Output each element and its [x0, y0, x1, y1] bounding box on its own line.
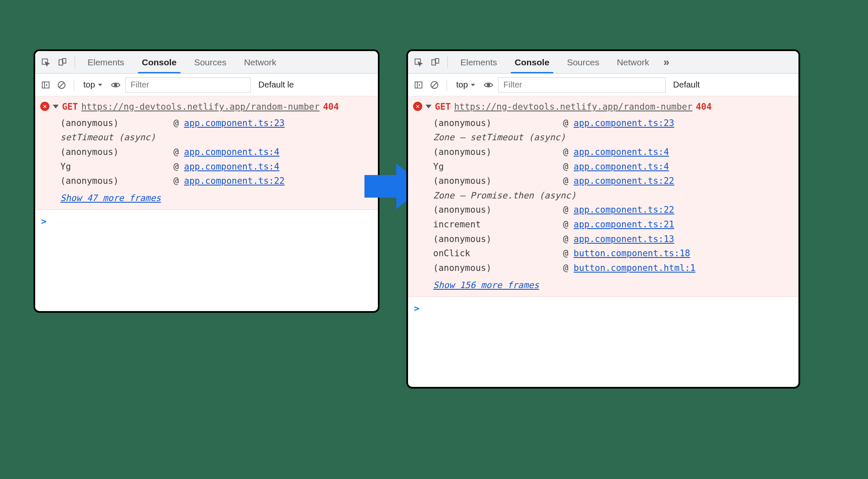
http-status: 404	[696, 100, 712, 114]
tab-console[interactable]: Console	[134, 51, 184, 73]
sidebar-toggle-icon[interactable]	[412, 79, 425, 91]
svg-rect-3	[42, 82, 49, 88]
clear-console-icon[interactable]	[428, 79, 441, 91]
stack-frame: (anonymous)@ app.component.ts:4	[60, 145, 373, 160]
async-boundary: Zone — setTimeout (async)	[433, 130, 793, 145]
svg-point-7	[114, 84, 117, 86]
stack-frame: (anonymous)@ app.component.ts:22	[433, 174, 793, 188]
tab-elements[interactable]: Elements	[453, 51, 505, 73]
stack-at: @ app.component.ts:4	[563, 145, 669, 160]
tab-sources[interactable]: Sources	[186, 51, 234, 73]
sidebar-toggle-icon[interactable]	[39, 79, 52, 91]
stack-at: @ app.component.ts:21	[563, 217, 674, 232]
source-link[interactable]: app.component.ts:4	[184, 147, 279, 157]
divider	[447, 57, 448, 68]
source-link[interactable]: app.component.ts:22	[574, 205, 674, 215]
request-url[interactable]: https://ng-devtools.netlify.app/random-n…	[81, 100, 320, 114]
filter-input[interactable]	[498, 77, 666, 93]
context-selector[interactable]: top	[453, 78, 479, 91]
chevron-down-icon	[470, 82, 475, 88]
stack-function: (anonymous)	[60, 116, 169, 131]
show-more-frames[interactable]: Show 47 more frames	[60, 193, 161, 203]
tab-console[interactable]: Console	[507, 51, 557, 73]
stack-trace: (anonymous)@ app.component.ts:23Zone — s…	[433, 116, 793, 276]
stack-frame: (anonymous)@ app.component.ts:13	[433, 232, 793, 247]
stack-frame: (anonymous)@ app.component.ts:4	[433, 145, 793, 160]
device-icon[interactable]	[55, 55, 70, 70]
eye-icon[interactable]	[109, 79, 122, 91]
expand-toggle-icon[interactable]	[53, 105, 59, 108]
request-url[interactable]: https://ng-devtools.netlify.app/random-n…	[454, 100, 692, 114]
source-link[interactable]: app.component.ts:23	[574, 118, 674, 128]
devtools-panel-after: Elements Console Sources Network » top D…	[406, 49, 800, 389]
source-link[interactable]: app.component.ts:4	[574, 147, 669, 157]
console-body: ✕ GET https://ng-devtools.netlify.app/ra…	[35, 96, 378, 311]
source-link[interactable]: app.component.ts:13	[574, 234, 674, 244]
error-icon: ✕	[413, 102, 422, 111]
console-prompt[interactable]: >	[408, 297, 798, 320]
tab-network[interactable]: Network	[609, 51, 656, 73]
stack-at: @ app.component.ts:4	[173, 160, 279, 174]
stack-at: @ app.component.ts:4	[563, 160, 669, 174]
console-prompt[interactable]: >	[35, 210, 378, 233]
tab-sources[interactable]: Sources	[559, 51, 607, 73]
console-toolbar: top Default	[408, 74, 798, 96]
svg-line-6	[59, 82, 64, 87]
stack-function: (anonymous)	[433, 116, 559, 131]
source-link[interactable]: app.component.ts:4	[574, 162, 669, 172]
stack-at: @ app.component.ts:22	[563, 203, 674, 217]
source-link[interactable]: button.component.html:1	[574, 263, 695, 273]
stack-at: @ app.component.ts:13	[563, 232, 674, 247]
more-tabs-button[interactable]: »	[659, 56, 673, 69]
expand-toggle-icon[interactable]	[426, 105, 431, 108]
log-levels[interactable]: Default	[673, 80, 700, 90]
source-link[interactable]: app.component.ts:23	[184, 118, 284, 128]
stack-function: (anonymous)	[433, 145, 559, 160]
source-link[interactable]: button.component.ts:18	[574, 248, 690, 258]
context-selector[interactable]: top	[80, 78, 106, 91]
stack-at: @ button.component.ts:18	[563, 246, 690, 261]
stack-frame: (anonymous)@ app.component.ts:23	[60, 116, 373, 131]
clear-console-icon[interactable]	[55, 79, 68, 91]
stack-at: @ app.component.ts:22	[173, 174, 285, 188]
stack-frame: Yg@ app.component.ts:4	[60, 160, 373, 174]
stack-function: (anonymous)	[433, 203, 559, 217]
divider	[447, 80, 447, 90]
log-levels[interactable]: Default le	[258, 80, 294, 90]
stack-frame: (anonymous)@ app.component.ts:23	[433, 116, 793, 131]
svg-point-15	[487, 84, 490, 86]
device-icon[interactable]	[428, 55, 442, 70]
filter-input[interactable]	[125, 77, 251, 93]
stack-function: (anonymous)	[433, 261, 559, 276]
async-boundary: Zone — Promise.then (async)	[433, 188, 793, 203]
eye-icon[interactable]	[482, 79, 495, 91]
chevron-down-icon	[98, 82, 103, 88]
source-link[interactable]: app.component.ts:22	[574, 176, 674, 186]
console-body: ✕ GET https://ng-devtools.netlify.app/ra…	[408, 96, 798, 387]
divider	[74, 80, 74, 90]
async-boundary: setTimeout (async)	[60, 130, 373, 145]
stack-trace: (anonymous)@ app.component.ts:23setTimeo…	[60, 116, 373, 188]
error-message: ✕ GET https://ng-devtools.netlify.app/ra…	[35, 96, 378, 210]
stack-frame: (anonymous)@ app.component.ts:22	[60, 174, 373, 188]
inspect-icon[interactable]	[39, 55, 53, 70]
devtools-panel-before: Elements Console Sources Network top Def…	[34, 49, 380, 313]
stack-function: (anonymous)	[433, 232, 559, 247]
show-more-frames[interactable]: Show 156 more frames	[433, 280, 539, 290]
stack-at: @ app.component.ts:22	[563, 174, 674, 188]
http-status: 404	[323, 100, 339, 114]
error-icon: ✕	[40, 102, 49, 111]
svg-rect-11	[415, 82, 422, 88]
context-label: top	[456, 80, 468, 90]
source-link[interactable]: app.component.ts:4	[184, 162, 279, 172]
stack-function: (anonymous)	[433, 174, 559, 188]
source-link[interactable]: app.component.ts:21	[574, 219, 674, 229]
http-method: GET	[435, 100, 451, 114]
source-link[interactable]: app.component.ts:22	[184, 176, 284, 186]
tab-elements[interactable]: Elements	[80, 51, 132, 73]
divider	[75, 57, 75, 68]
stack-function: (anonymous)	[60, 174, 169, 188]
tab-network[interactable]: Network	[236, 51, 284, 73]
inspect-icon[interactable]	[411, 55, 426, 70]
stack-frame: (anonymous)@ app.component.ts:22	[433, 203, 793, 217]
